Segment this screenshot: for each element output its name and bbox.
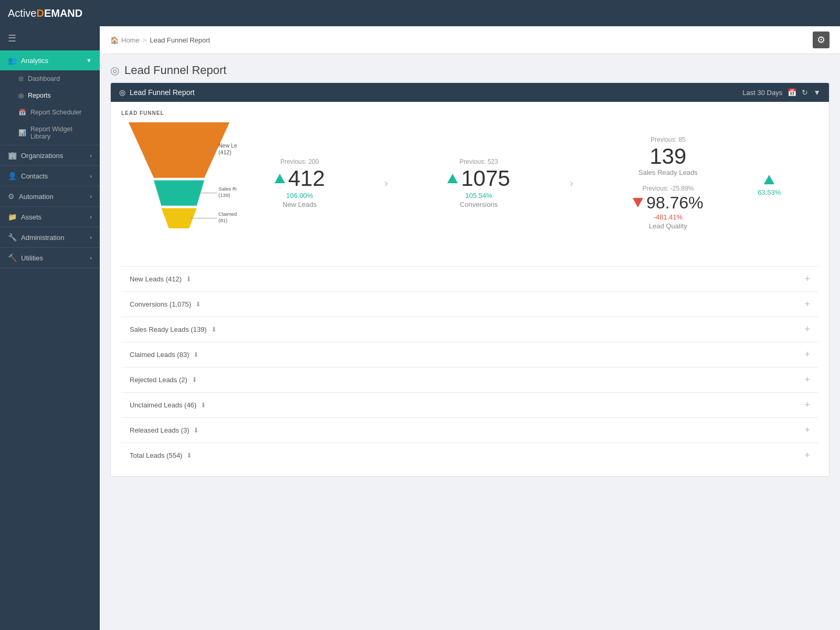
sidebar-item-report-scheduler[interactable]: 📅 Report Scheduler bbox=[0, 104, 100, 121]
sidebar-section-analytics: 👥 Analytics ▼ ⊞ Dashboard ◎ Reports 📅 Re… bbox=[0, 50, 100, 145]
home-icon: 🏠 bbox=[110, 36, 119, 44]
chevron-right-icon: › bbox=[90, 214, 92, 220]
lead-row-rejected[interactable]: Rejected Leads (2) ⬇ + bbox=[121, 367, 818, 392]
expand-row-icon[interactable]: + bbox=[804, 324, 810, 335]
organizations-icon: 🏢 bbox=[8, 151, 17, 160]
lead-row-claimed[interactable]: Claimed Leads (83) ⬇ + bbox=[121, 342, 818, 367]
sidebar-section-contacts: 👤 Contacts › bbox=[0, 166, 100, 186]
automation-icon: ⚙ bbox=[8, 192, 15, 201]
administration-icon: 🔧 bbox=[8, 233, 17, 242]
dashboard-icon: ⊞ bbox=[18, 75, 24, 82]
nav-arrow-right-2[interactable]: › bbox=[564, 177, 579, 189]
svg-text:Sales Ready Leads: Sales Ready Leads bbox=[218, 186, 237, 192]
hamburger-menu[interactable]: ☰ bbox=[0, 26, 100, 50]
expand-row-icon[interactable]: + bbox=[804, 274, 810, 285]
top-bar: ActiveDEMAND bbox=[0, 0, 840, 26]
download-icon[interactable]: ⬇ bbox=[186, 452, 192, 459]
svg-text:Claimed Leads: Claimed Leads bbox=[218, 211, 237, 217]
sidebar-item-reports[interactable]: ◎ Reports bbox=[0, 87, 100, 104]
lead-row-sales-ready[interactable]: Sales Ready Leads (139) ⬇ + bbox=[121, 317, 818, 342]
sidebar-section-utilities: 🔨 Utilities › bbox=[0, 248, 100, 268]
expand-row-icon[interactable]: + bbox=[804, 450, 810, 461]
refresh-icon[interactable]: ↻ bbox=[802, 88, 808, 97]
sidebar: ☰ 👥 Analytics ▼ ⊞ Dashboard ◎ Reports 📅 … bbox=[0, 26, 100, 630]
page-title-bar: ◎ Lead Funnel Report bbox=[100, 54, 840, 82]
page-title-icon: ◎ bbox=[110, 64, 119, 77]
reports-icon: ◎ bbox=[18, 92, 24, 99]
calendar-icon[interactable]: 📅 bbox=[788, 88, 796, 97]
arrow-up-icon bbox=[447, 174, 458, 183]
arrow-down-icon bbox=[633, 198, 643, 207]
funnel-section: LEAD FUNNEL New Leads (41 bbox=[121, 110, 818, 266]
stat-new-leads: Previous: 200 412 106.00% New Leads bbox=[275, 158, 325, 208]
contacts-icon: 👤 bbox=[8, 172, 17, 180]
lead-row-conversions[interactable]: Conversions (1,075) ⬇ + bbox=[121, 291, 818, 317]
sidebar-item-automation[interactable]: ⚙ Automation › bbox=[0, 186, 100, 206]
scheduler-icon: 📅 bbox=[18, 109, 26, 116]
expand-row-icon[interactable]: + bbox=[804, 374, 810, 385]
sidebar-section-organizations: 🏢 Organizations › bbox=[0, 145, 100, 166]
right-stats-group: Previous: 85 139 Sales Ready Leads Previ… bbox=[633, 136, 704, 230]
svg-text:(81): (81) bbox=[218, 217, 227, 223]
download-icon[interactable]: ⬇ bbox=[193, 426, 199, 434]
sidebar-item-analytics[interactable]: 👥 Analytics ▼ bbox=[0, 50, 100, 70]
expand-row-icon[interactable]: + bbox=[804, 425, 810, 436]
expand-row-icon[interactable]: + bbox=[804, 299, 810, 310]
logo: ActiveDEMAND bbox=[8, 7, 82, 19]
download-icon[interactable]: ⬇ bbox=[195, 300, 201, 308]
content-header: 🏠 Home > Lead Funnel Report ⚙ bbox=[100, 26, 840, 54]
sales-ready-change: 63.53% bbox=[758, 170, 781, 196]
funnel-label: LEAD FUNNEL bbox=[121, 110, 237, 116]
logo-active: Active bbox=[8, 7, 36, 19]
download-icon[interactable]: ⬇ bbox=[211, 326, 217, 333]
funnel-container: LEAD FUNNEL New Leads (41 bbox=[121, 110, 237, 256]
lead-row-total[interactable]: Total Leads (554) ⬇ + bbox=[121, 443, 818, 468]
widget-body: LEAD FUNNEL New Leads (41 bbox=[111, 102, 829, 476]
widget-header-title: ◎ Lead Funnel Report bbox=[119, 88, 195, 97]
chevron-right-icon: › bbox=[90, 234, 92, 240]
sidebar-section-automation: ⚙ Automation › bbox=[0, 186, 100, 207]
funnel-chart: New Leads (412) Sales Ready Leads (139) … bbox=[121, 122, 237, 254]
report-widget: ◎ Lead Funnel Report Last 30 Days 📅 ↻ ▼ … bbox=[110, 82, 830, 477]
expand-row-icon[interactable]: + bbox=[804, 400, 810, 411]
sidebar-item-organizations[interactable]: 🏢 Organizations › bbox=[0, 145, 100, 165]
svg-marker-1 bbox=[154, 181, 204, 206]
chevron-right-icon: › bbox=[90, 193, 92, 200]
stat-conversions: Previous: 523 1075 105.54% Conversions bbox=[447, 158, 510, 208]
settings-button[interactable]: ⚙ bbox=[813, 32, 830, 48]
sidebar-section-administration: 🔧 Administration › bbox=[0, 227, 100, 248]
breadcrumb-current: Lead Funnel Report bbox=[150, 36, 210, 44]
chevron-right-icon: › bbox=[90, 255, 92, 261]
sidebar-item-utilities[interactable]: 🔨 Utilities › bbox=[0, 248, 100, 268]
lead-row-new-leads[interactable]: New Leads (412) ⬇ + bbox=[121, 266, 818, 291]
breadcrumb: 🏠 Home > Lead Funnel Report bbox=[110, 36, 210, 44]
lead-row-released[interactable]: Released Leads (3) ⬇ + bbox=[121, 417, 818, 443]
stat-lead-quality: Previous: -25.89% 98.76% -481.41% Lead Q… bbox=[633, 185, 704, 230]
expand-row-icon[interactable]: + bbox=[804, 349, 810, 360]
expand-icon[interactable]: ▼ bbox=[813, 88, 821, 97]
page-title: Lead Funnel Report bbox=[124, 64, 226, 77]
analytics-icon: 👥 bbox=[8, 56, 17, 65]
download-icon[interactable]: ⬇ bbox=[193, 351, 199, 359]
utilities-icon: 🔨 bbox=[8, 254, 17, 262]
breadcrumb-home[interactable]: Home bbox=[121, 36, 140, 44]
sidebar-item-dashboard[interactable]: ⊞ Dashboard bbox=[0, 70, 100, 87]
lead-rows-container: New Leads (412) ⬇ + Conversions (1,075) … bbox=[121, 266, 818, 468]
sidebar-item-assets[interactable]: 📁 Assets › bbox=[0, 207, 100, 227]
stat-sales-ready: Previous: 85 139 Sales Ready Leads bbox=[638, 136, 698, 176]
sidebar-item-report-widget-library[interactable]: 📊 Report Widget Library bbox=[0, 121, 100, 145]
sidebar-item-administration[interactable]: 🔧 Administration › bbox=[0, 227, 100, 247]
svg-text:(412): (412) bbox=[218, 149, 232, 155]
arrow-up-icon bbox=[764, 175, 774, 184]
download-icon[interactable]: ⬇ bbox=[186, 275, 192, 283]
funnel-stats: Previous: 200 412 106.00% New Leads › Pr… bbox=[237, 136, 818, 230]
chevron-right-icon: › bbox=[90, 152, 92, 159]
sidebar-item-contacts[interactable]: 👤 Contacts › bbox=[0, 166, 100, 186]
download-icon[interactable]: ⬇ bbox=[201, 401, 206, 409]
download-icon[interactable]: ⬇ bbox=[192, 376, 197, 384]
sidebar-section-assets: 📁 Assets › bbox=[0, 207, 100, 227]
nav-arrow-right-1[interactable]: › bbox=[379, 177, 393, 189]
chevron-right-icon: › bbox=[90, 173, 92, 179]
lead-row-unclaimed[interactable]: Unclaimed Leads (46) ⬇ + bbox=[121, 392, 818, 417]
widget-title-icon: ◎ bbox=[119, 88, 125, 97]
